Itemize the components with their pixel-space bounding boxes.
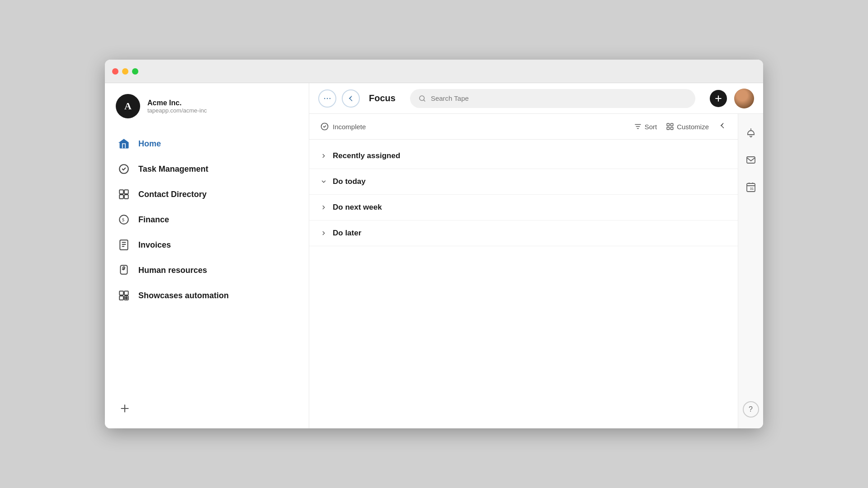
task-group-header-do-next-week[interactable]: Do next week xyxy=(309,195,738,220)
sidebar-header: A Acme Inc. tapeapp.com/acme-inc xyxy=(105,90,309,127)
task-group-header-do-later[interactable]: Do later xyxy=(309,221,738,246)
svg-rect-21 xyxy=(671,123,673,126)
sidebar-item-human-resources[interactable]: Human resources xyxy=(105,258,309,283)
incomplete-icon xyxy=(320,122,329,131)
logo-letter: A xyxy=(124,100,132,112)
svg-rect-7 xyxy=(120,240,127,250)
main-area: Focus xyxy=(309,83,763,428)
content-header: Incomplete Sort xyxy=(309,114,738,140)
task-group-recently-assigned: Recently assigned xyxy=(309,143,738,169)
task-group-header-recently-assigned[interactable]: Recently assigned xyxy=(309,143,738,169)
svg-point-9 xyxy=(123,267,125,268)
svg-rect-3 xyxy=(119,195,123,199)
filter-label: Incomplete xyxy=(333,123,366,131)
svg-point-15 xyxy=(324,98,326,99)
sidebar-item-contact-directory-label: Contact Directory xyxy=(138,190,207,199)
sidebar-item-showcases-automation[interactable]: Showcases automation xyxy=(105,283,309,308)
svg-rect-4 xyxy=(124,195,128,199)
svg-text:$: $ xyxy=(122,217,125,222)
search-icon xyxy=(418,94,426,103)
collapse-icon xyxy=(718,121,727,130)
company-url: tapeapp.com/acme-inc xyxy=(147,107,207,114)
calendar-button[interactable]: 31 xyxy=(742,178,760,196)
sidebar-item-invoices[interactable]: Invoices xyxy=(105,232,309,258)
chevron-right-icon-2 xyxy=(320,204,327,211)
mail-icon xyxy=(745,155,756,165)
task-group-do-later: Do later xyxy=(309,221,738,246)
calendar-icon: 31 xyxy=(745,182,756,192)
more-options-button[interactable] xyxy=(318,89,336,108)
svg-rect-22 xyxy=(667,127,669,130)
sort-button[interactable]: Sort xyxy=(634,122,657,131)
search-input[interactable] xyxy=(431,94,687,102)
avatar-image xyxy=(734,89,754,108)
home-icon xyxy=(118,137,130,150)
sidebar-item-task-management-label: Task Management xyxy=(138,164,208,174)
chevron-down-icon xyxy=(320,178,327,185)
sidebar-item-task-management[interactable]: Task Management xyxy=(105,156,309,182)
notification-button[interactable] xyxy=(742,124,760,142)
avatar[interactable] xyxy=(734,89,754,108)
close-button[interactable] xyxy=(112,68,118,75)
mail-button[interactable] xyxy=(742,151,760,169)
chevron-right-icon-3 xyxy=(320,230,327,237)
topbar-left: Focus xyxy=(318,89,396,108)
group-label-do-later: Do later xyxy=(333,229,361,238)
maximize-button[interactable] xyxy=(132,68,138,75)
svg-rect-10 xyxy=(119,291,123,295)
svg-text:31: 31 xyxy=(750,187,754,190)
logo: A xyxy=(116,94,140,118)
minimize-button[interactable] xyxy=(122,68,128,75)
help-button[interactable]: ? xyxy=(743,401,759,418)
sidebar-item-contact-directory[interactable]: Contact Directory xyxy=(105,182,309,207)
chevron-right-icon xyxy=(320,152,327,160)
contact-directory-icon xyxy=(118,188,130,201)
page-title: Focus xyxy=(369,93,396,103)
add-workspace-button[interactable] xyxy=(105,396,309,421)
svg-point-18 xyxy=(420,96,425,101)
content-actions: Sort Customize xyxy=(634,121,727,132)
sidebar-item-human-resources-label: Human resources xyxy=(138,266,207,275)
titlebar xyxy=(105,60,763,83)
task-group-do-next-week: Do next week xyxy=(309,195,738,221)
svg-point-17 xyxy=(330,98,331,99)
collapse-button[interactable] xyxy=(718,121,727,132)
add-button[interactable] xyxy=(710,90,727,107)
group-label-recently-assigned: Recently assigned xyxy=(333,151,400,160)
filter-badge[interactable]: Incomplete xyxy=(320,122,366,131)
sidebar-item-finance-label: Finance xyxy=(138,215,169,225)
content-wrapper: Incomplete Sort xyxy=(309,114,738,428)
app-window: A Acme Inc. tapeapp.com/acme-inc xyxy=(105,60,763,428)
help-label: ? xyxy=(749,405,753,413)
sort-icon xyxy=(634,122,642,131)
company-info: Acme Inc. tapeapp.com/acme-inc xyxy=(147,99,207,114)
svg-rect-24 xyxy=(747,157,755,163)
app-body: A Acme Inc. tapeapp.com/acme-inc xyxy=(105,83,763,428)
svg-rect-12 xyxy=(119,296,123,300)
finance-icon: $ xyxy=(118,213,130,226)
svg-point-16 xyxy=(327,98,328,99)
task-group-header-do-today[interactable]: Do today xyxy=(309,169,738,194)
invoices-icon xyxy=(118,239,130,251)
sidebar-item-finance[interactable]: $ Finance xyxy=(105,207,309,232)
bell-icon xyxy=(745,127,756,138)
customize-label: Customize xyxy=(677,123,709,131)
svg-rect-23 xyxy=(671,127,673,130)
svg-rect-2 xyxy=(124,190,128,194)
add-icon xyxy=(714,94,723,103)
topbar: Focus xyxy=(309,83,763,114)
svg-point-14 xyxy=(125,297,127,299)
sort-label: Sort xyxy=(645,123,657,131)
company-name: Acme Inc. xyxy=(147,99,207,107)
task-list: Recently assigned Do xyxy=(309,140,738,428)
sidebar-item-home[interactable]: Home xyxy=(105,131,309,156)
group-label-do-today: Do today xyxy=(333,177,366,186)
search-bar[interactable] xyxy=(410,89,695,108)
customize-icon xyxy=(666,122,674,131)
human-resources-icon xyxy=(118,264,130,277)
task-group-do-today: Do today xyxy=(309,169,738,195)
back-button[interactable] xyxy=(342,89,360,108)
sidebar-item-home-label: Home xyxy=(138,139,161,149)
customize-button[interactable]: Customize xyxy=(666,122,709,131)
traffic-lights xyxy=(112,68,138,75)
